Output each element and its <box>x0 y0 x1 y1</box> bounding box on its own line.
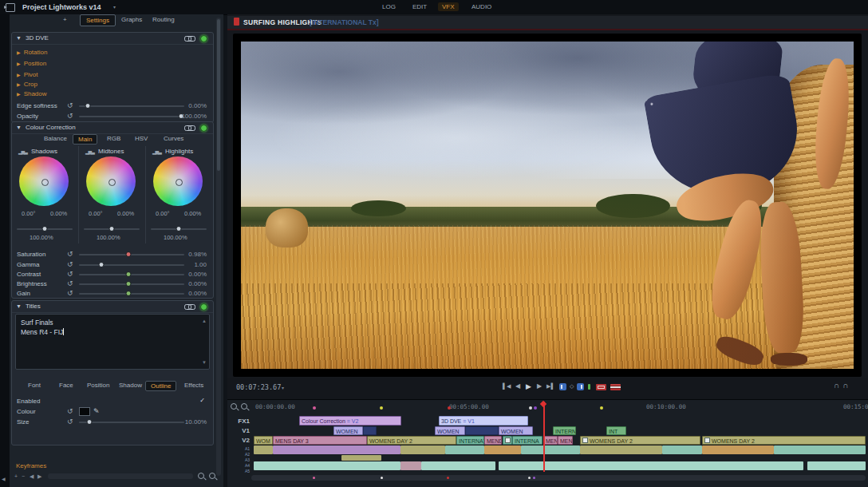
dve-item-shadow[interactable]: ▶Shadow <box>17 90 47 97</box>
titles-tab-shadow[interactable]: Shadow <box>114 381 147 390</box>
rail-collapse-icon[interactable]: ◀ <box>2 476 6 481</box>
go-to-start-icon[interactable]: ▌◀ <box>503 382 511 390</box>
keyframe-prev-icon[interactable]: ◀ <box>30 473 34 480</box>
reset-icon[interactable]: ↺ <box>67 112 73 120</box>
sequence-subtitle[interactable]: [INTERNATIONAL Tx] <box>310 18 379 26</box>
track-label-v2[interactable]: V2 <box>231 437 250 444</box>
add-panel-tab[interactable]: + <box>57 14 73 25</box>
scroll-down-icon[interactable]: ▼ <box>202 358 207 367</box>
wheel-center-handle[interactable] <box>108 179 116 186</box>
mark-out-icon[interactable] <box>577 383 584 390</box>
reset-icon[interactable]: ↺ <box>67 279 73 287</box>
tab-edit[interactable]: EDIT <box>408 2 431 11</box>
audio-clip[interactable] <box>254 445 273 454</box>
clip-mend[interactable]: MEND <box>558 436 573 445</box>
highlights-luma-slider[interactable] <box>151 228 207 230</box>
zoom-in-icon[interactable] <box>198 473 206 481</box>
marker-violet[interactable] <box>534 406 537 410</box>
reset-icon[interactable]: ↺ <box>67 101 73 109</box>
clip-mend[interactable]: MEND <box>484 436 502 445</box>
dve-item-crop[interactable]: ▶Crop <box>17 81 37 88</box>
clip-3d-dve[interactable]: 3D DVE = V1 <box>439 416 528 426</box>
keyframe-remove-icon[interactable]: − <box>22 473 25 479</box>
cc-tab-main[interactable]: Main <box>73 134 97 145</box>
enable-led[interactable] <box>200 35 207 42</box>
colour-picker-icon[interactable]: ✎ <box>93 407 100 415</box>
dve-item-position[interactable]: ▶Position <box>17 60 46 67</box>
panel-scrollbar-thumb[interactable] <box>217 19 220 171</box>
audio-clip[interactable] <box>421 461 495 470</box>
audio-clip[interactable] <box>254 461 400 470</box>
audio-clip[interactable] <box>484 445 521 454</box>
track-label-a3[interactable]: A3 <box>242 457 250 462</box>
collapse-icon[interactable]: ▼ <box>16 35 22 41</box>
cc-tab-hsv[interactable]: HSV <box>130 134 152 143</box>
clip-men[interactable]: MEN <box>543 436 558 445</box>
reset-icon[interactable]: ↺ <box>67 250 73 258</box>
mark-in-icon[interactable] <box>559 383 566 390</box>
marker-white[interactable] <box>529 406 532 410</box>
collapse-icon[interactable]: ▼ <box>16 303 22 309</box>
clip-colour-correction[interactable]: Colour Correction = V2 <box>299 416 401 426</box>
go-to-end-icon[interactable]: ▶▌ <box>546 382 554 390</box>
slider-knob[interactable] <box>98 262 104 267</box>
slider-knob[interactable] <box>126 291 132 296</box>
titles-tab-position[interactable]: Position <box>82 381 114 390</box>
gamma-slider[interactable] <box>79 264 184 266</box>
keyframe-add-icon[interactable]: + <box>14 473 18 479</box>
enable-led[interactable] <box>200 303 207 311</box>
enabled-checkbox[interactable]: ✓ <box>199 397 205 404</box>
size-slider[interactable] <box>79 422 184 423</box>
histogram-icon[interactable]: ▂▅▃ <box>18 148 27 154</box>
export-icon[interactable] <box>596 384 606 390</box>
cc-tab-rgb[interactable]: RGB <box>102 134 125 143</box>
audio-clip[interactable] <box>580 445 662 454</box>
reset-icon[interactable]: ↺ <box>67 418 73 426</box>
track-label-a1[interactable]: A1 <box>242 446 250 451</box>
scroll-up-icon[interactable]: ▲ <box>202 316 207 326</box>
titles-tab-face[interactable]: Face <box>54 381 78 390</box>
marker-yellow[interactable] <box>600 406 603 410</box>
keyframe-marker-icon[interactable] <box>588 384 590 390</box>
audio-clip[interactable] <box>273 445 400 454</box>
clip-mens-day-3[interactable]: MENS DAY 3 <box>273 436 367 445</box>
audio-clip[interactable] <box>774 445 866 454</box>
clip-interna[interactable]: INTERNA <box>512 436 542 445</box>
tab-audio[interactable]: AUDIO <box>468 2 495 11</box>
link-icon[interactable] <box>184 125 195 131</box>
dve-item-rotation[interactable]: ▶Rotation <box>17 49 47 56</box>
track-label-fx1[interactable]: FX1 <box>231 418 250 425</box>
titles-tab-outline[interactable]: Outline <box>145 381 176 391</box>
audio-clip[interactable] <box>445 445 484 454</box>
marker-pink[interactable] <box>313 406 316 410</box>
track-label-a2[interactable]: A2 <box>242 452 250 457</box>
clip-womens-day-2[interactable]: WOMENS DAY 2 <box>367 436 456 445</box>
link-icon[interactable] <box>184 35 195 42</box>
clip-internat[interactable]: INTERNAT <box>456 436 484 445</box>
titles-tab-font[interactable]: Font <box>23 381 45 390</box>
playhead[interactable] <box>543 402 545 472</box>
timeline-zoom-out-icon[interactable] <box>231 403 239 411</box>
reset-icon[interactable]: ↺ <box>67 270 73 278</box>
timecode-menu-caret[interactable]: ▾ <box>282 385 284 390</box>
histogram-icon[interactable]: ▂▅▃ <box>152 148 161 154</box>
clip-women[interactable]: WOMEN <box>499 426 533 435</box>
step-back-icon[interactable]: ◀ <box>515 382 520 390</box>
cc-tab-balance[interactable]: Balance <box>39 134 72 143</box>
clip-unnamed[interactable] <box>363 426 377 435</box>
dve-item-pivot[interactable]: ▶Pivot <box>17 71 37 78</box>
audio-monitor-icon[interactable]: ∩∩ <box>834 382 851 390</box>
audio-clip[interactable] <box>702 445 774 454</box>
audio-clip[interactable] <box>662 445 702 454</box>
panel-tab-settings[interactable]: Settings <box>80 14 116 26</box>
panel-scrollbar[interactable] <box>216 18 221 476</box>
sequence-settings-icon[interactable] <box>610 384 621 390</box>
timeline-overview-scrollbar[interactable] <box>251 475 866 481</box>
audio-clip[interactable] <box>521 445 580 454</box>
contrast-slider[interactable] <box>79 274 184 275</box>
tab-log[interactable]: LOG <box>378 2 400 11</box>
mark-point-icon[interactable]: ◇ <box>570 382 574 390</box>
clip-intern[interactable]: INTERN <box>553 426 576 435</box>
reset-icon[interactable]: ↺ <box>67 289 73 297</box>
keyframe-next-icon[interactable]: ▶ <box>37 473 41 480</box>
